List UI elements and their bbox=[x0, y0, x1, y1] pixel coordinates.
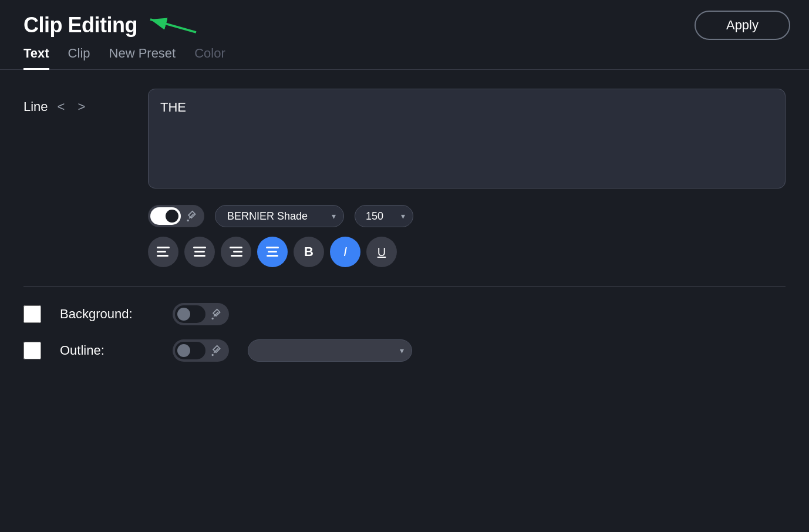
format-row: B I U bbox=[148, 237, 786, 267]
underline-button[interactable]: U bbox=[366, 237, 397, 267]
italic-button[interactable]: I bbox=[330, 237, 360, 267]
svg-rect-8 bbox=[230, 247, 242, 248]
tab-new-preset[interactable]: New Preset bbox=[109, 46, 176, 70]
line-prev-button[interactable]: < bbox=[54, 98, 69, 116]
outline-row: Outline: Solid Dashed bbox=[23, 339, 786, 362]
font-select[interactable]: BERNIER Shade Arial Helvetica bbox=[215, 205, 344, 227]
align-left-button[interactable] bbox=[148, 237, 178, 267]
align-right-button[interactable] bbox=[221, 237, 251, 267]
svg-rect-13 bbox=[267, 255, 278, 257]
svg-rect-5 bbox=[193, 247, 206, 248]
align-center-button[interactable] bbox=[257, 237, 288, 267]
page-title: Clip Editing bbox=[23, 13, 137, 38]
svg-rect-4 bbox=[157, 255, 168, 257]
text-toggle-switch[interactable] bbox=[150, 207, 181, 225]
text-input[interactable]: THE bbox=[148, 89, 786, 188]
font-size-wrapper: 150 100 120 180 200 bbox=[355, 205, 413, 227]
header: Clip Editing Apply bbox=[0, 0, 809, 46]
outline-toggle-group bbox=[173, 339, 229, 362]
header-left: Clip Editing bbox=[23, 13, 197, 38]
background-checkbox[interactable] bbox=[23, 305, 41, 323]
tab-color: Color bbox=[194, 46, 225, 70]
svg-rect-9 bbox=[233, 251, 242, 252]
svg-rect-3 bbox=[157, 251, 166, 252]
svg-rect-10 bbox=[231, 255, 242, 257]
section-divider bbox=[23, 286, 786, 287]
tabs-bar: Text Clip New Preset Color bbox=[0, 46, 809, 70]
outline-toggle-switch[interactable] bbox=[175, 342, 205, 359]
line-label: Line bbox=[23, 99, 48, 115]
main-content: Line < > THE BERNIER Shade Arial Helvet bbox=[0, 70, 809, 362]
tab-clip[interactable]: Clip bbox=[68, 46, 90, 70]
font-size-select[interactable]: 150 100 120 180 200 bbox=[355, 205, 413, 227]
toggle-paint-group bbox=[148, 205, 204, 227]
svg-line-1 bbox=[150, 19, 196, 32]
outline-select-wrapper: Solid Dashed bbox=[248, 339, 412, 362]
outline-label: Outline: bbox=[60, 343, 154, 358]
background-row: Background: bbox=[23, 303, 786, 325]
line-row: Line < > THE bbox=[23, 89, 786, 191]
outline-checkbox[interactable] bbox=[23, 342, 41, 359]
outline-style-select[interactable]: Solid Dashed bbox=[248, 339, 412, 362]
line-next-button[interactable]: > bbox=[74, 98, 89, 116]
svg-rect-12 bbox=[268, 251, 277, 252]
background-toggle-switch[interactable] bbox=[175, 305, 205, 323]
svg-rect-2 bbox=[157, 247, 170, 248]
toolbar-row: BERNIER Shade Arial Helvetica 150 100 12… bbox=[148, 205, 786, 227]
background-toggle-group bbox=[173, 303, 229, 325]
background-paint-icon[interactable] bbox=[205, 305, 227, 323]
apply-button[interactable]: Apply bbox=[695, 11, 790, 40]
line-label-group: Line < > bbox=[23, 89, 129, 116]
svg-rect-11 bbox=[266, 247, 279, 248]
back-arrow-icon bbox=[144, 14, 197, 37]
background-label: Background: bbox=[60, 307, 154, 322]
outline-paint-icon[interactable] bbox=[205, 342, 227, 359]
paint-bucket-icon[interactable] bbox=[181, 207, 202, 225]
svg-rect-7 bbox=[194, 255, 205, 257]
font-select-wrapper: BERNIER Shade Arial Helvetica bbox=[215, 205, 344, 227]
tab-text[interactable]: Text bbox=[23, 46, 49, 70]
text-area-wrapper: THE bbox=[148, 89, 786, 191]
align-center-left-button[interactable] bbox=[184, 237, 215, 267]
svg-rect-6 bbox=[194, 251, 205, 252]
bold-button[interactable]: B bbox=[294, 237, 324, 267]
